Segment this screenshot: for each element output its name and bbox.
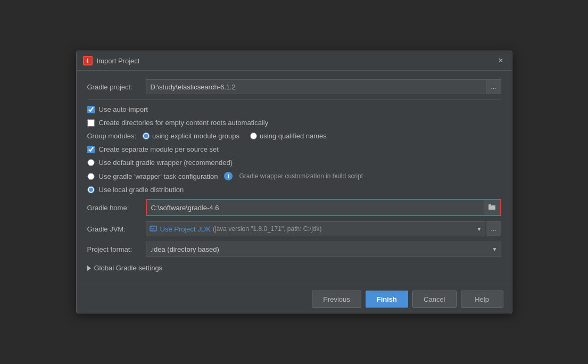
gradle-home-row: Gradle home:: [87, 199, 501, 216]
default-wrapper-row: Use default gradle wrapper (recommended): [87, 159, 501, 167]
gradle-project-browse-button[interactable]: ...: [486, 79, 501, 94]
jdk-dropdown-arrow: ▼: [474, 222, 485, 236]
local-gradle-label: Use local gradle distribution: [99, 186, 184, 194]
separate-module-label: Create separate module per source set: [99, 145, 219, 153]
previous-button[interactable]: Previous: [312, 291, 361, 308]
jdk-browse-button[interactable]: ...: [486, 221, 501, 236]
svg-line-6: [151, 228, 153, 229]
format-select-wrapper[interactable]: .idea (directory based) ▼: [146, 242, 501, 257]
gradle-jvm-label: Gradle JVM:: [87, 225, 146, 233]
wrapper-task-label: Use gradle 'wrapper' task configuration: [99, 172, 218, 180]
separate-module-row: Create separate module per source set: [87, 145, 501, 153]
svg-rect-3: [488, 205, 495, 210]
auto-import-row: Use auto-import: [87, 105, 501, 113]
auto-import-label: Use auto-import: [99, 105, 148, 113]
wrapper-task-row: Use gradle 'wrapper' task configuration …: [87, 172, 501, 180]
create-dirs-row: Create directories for empty content roo…: [87, 119, 501, 127]
finish-button[interactable]: Finish: [366, 291, 408, 308]
create-dirs-checkbox[interactable]: [87, 119, 95, 127]
gradle-home-label: Gradle home:: [87, 204, 146, 212]
title-bar-left: I Import Project: [83, 56, 140, 65]
explicit-module-groups-label: using explicit module groups: [152, 132, 239, 140]
gradle-project-input[interactable]: [146, 79, 487, 94]
local-gradle-row: Use local gradle distribution: [87, 186, 501, 194]
qualified-names-radio[interactable]: [250, 133, 257, 139]
gradle-project-row: Gradle project: ...: [87, 79, 501, 94]
gradle-home-input[interactable]: [147, 200, 484, 215]
svg-line-7: [153, 228, 154, 229]
global-settings-label: Global Gradle settings: [94, 264, 163, 272]
group-modules-label: Group modules:: [87, 132, 137, 140]
close-button[interactable]: ×: [496, 55, 505, 66]
group-modules-row: Group modules: using explicit module gro…: [87, 132, 501, 140]
gradle-home-input-wrapper: [146, 199, 501, 216]
gradle-project-label: Gradle project:: [87, 83, 146, 91]
jdk-select-text: Use Project JDK (java version "1.8.0_171…: [160, 222, 474, 236]
dialog-footer: Previous Finish Cancel Help: [77, 285, 512, 313]
svg-rect-4: [488, 204, 491, 206]
dialog-content: Gradle project: ... Use auto-import Crea…: [77, 71, 512, 285]
separate-module-checkbox[interactable]: [87, 146, 95, 153]
help-button[interactable]: Help: [461, 291, 503, 308]
svg-text:I: I: [87, 58, 88, 64]
project-format-label: Project format:: [87, 245, 146, 253]
jdk-select-wrapper[interactable]: Use Project JDK (java version "1.8.0_171…: [146, 221, 486, 236]
jdk-info: (java version "1.8.0_171", path: C:/jdk): [213, 225, 322, 233]
title-bar: I Import Project ×: [77, 51, 512, 71]
gradle-home-browse-button[interactable]: [484, 200, 500, 215]
app-icon: I: [83, 56, 93, 65]
create-dirs-label: Create directories for empty content roo…: [99, 119, 269, 127]
qualified-names-label: using qualified names: [260, 132, 327, 140]
explicit-module-groups-radio[interactable]: [143, 133, 150, 139]
jdk-icon: [146, 222, 160, 236]
wrapper-task-info-icon: i: [224, 172, 233, 180]
import-project-dialog: I Import Project × Gradle project: ... U…: [76, 51, 512, 313]
global-settings-row[interactable]: Global Gradle settings: [87, 264, 501, 272]
auto-import-checkbox[interactable]: [87, 106, 95, 113]
wrapper-task-radio[interactable]: [87, 173, 95, 180]
gradle-jvm-row: Gradle JVM: Use Project JDK (java versio…: [87, 221, 501, 236]
default-wrapper-label: Use default gradle wrapper (recommended): [99, 159, 233, 167]
collapse-triangle-icon: [87, 266, 91, 271]
dialog-title: Import Project: [97, 57, 140, 65]
local-gradle-radio[interactable]: [87, 186, 95, 193]
divider-1: [87, 100, 501, 100]
format-select-text: .idea (directory based): [146, 245, 489, 253]
wrapper-task-info-text: Gradle wrapper customization in build sc…: [239, 172, 363, 180]
format-dropdown-arrow: ▼: [489, 246, 501, 252]
cancel-button[interactable]: Cancel: [412, 291, 456, 308]
use-project-jdk-label: Use Project JDK: [160, 225, 211, 233]
default-wrapper-radio[interactable]: [87, 159, 95, 166]
project-format-row: Project format: .idea (directory based) …: [87, 242, 501, 257]
group-modules-option2: using qualified names: [250, 132, 327, 140]
group-modules-option1: using explicit module groups: [143, 132, 239, 140]
